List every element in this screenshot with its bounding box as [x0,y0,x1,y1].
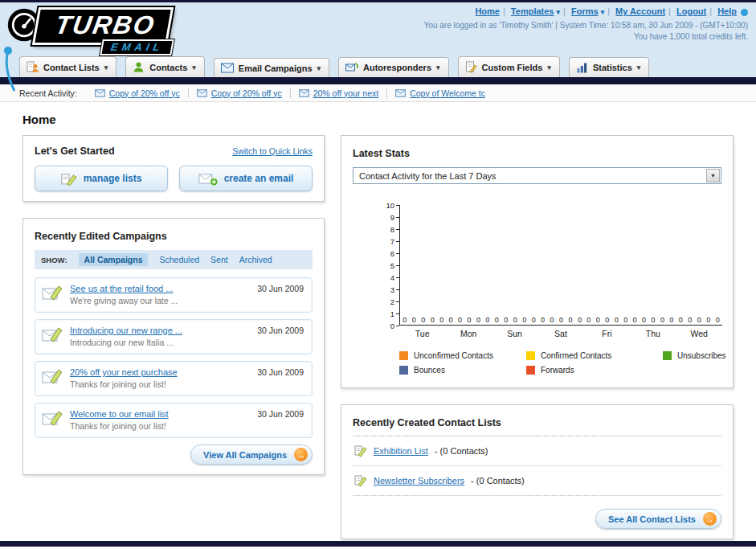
y-axis-tick: 1 [390,309,399,318]
latest-stats-title: Latest Stats [353,148,410,159]
get-started-panel: Let's Get Started Switch to Quick Links … [22,135,325,202]
legend-label: Forwards [541,366,574,375]
pencil-icon [61,172,77,186]
chart-legend: Unconfirmed ContactsConfirmed ContactsUn… [399,351,721,375]
top-link-forms[interactable]: Forms [571,6,599,16]
separator: | [503,6,505,16]
chart-bar-group: 0 0 0 0 0 [538,205,584,325]
tab-contact-lists[interactable]: Contact Lists [19,56,116,77]
contact-list-item: Newsletter Subscribers - (0 Contacts) [353,466,721,496]
tab-contacts[interactable]: Contacts [125,56,205,77]
legend-swatch [663,351,672,360]
header-right: Home| Templates | Forms | My Account| Lo… [424,6,748,41]
legend-swatch [526,351,535,360]
chart-x-labels: TueMonSunSatFriThuWed [399,329,722,338]
chart-y-axis: 012345678910 [370,205,399,326]
campaign-list-item: Introducing our new range ... Introducin… [35,319,313,354]
filter-tab-sent[interactable]: Sent [210,255,228,264]
campaigns-panel-title: Recently Edited Campaigns [35,231,167,242]
right-column: Latest Stats Contact Activity for the La… [341,135,734,549]
top-link-help[interactable]: Help [717,6,737,16]
get-started-title: Let's Get Started [35,145,115,157]
envelope-plus-icon [198,172,218,186]
view-all-campaigns-button[interactable]: View All Campaigns [190,445,313,465]
recent-activity-link[interactable]: Copy of Welcome tc [410,88,485,98]
envelope-icon [221,63,234,73]
campaign-list-item: Welcome to our email list Thanks for joi… [35,403,313,438]
separator: | [709,6,712,16]
bar-chart-icon [576,62,588,73]
chevron-down-icon [104,64,108,72]
legend-label: Unsubscribes [677,351,726,360]
legend-label: Bounces [414,366,445,375]
tab-email-campaigns[interactable]: Email Campaigns [214,58,329,77]
switch-to-quick-links[interactable]: Switch to Quick Links [232,146,313,156]
chevron-down-icon [601,8,605,16]
contact-list-link[interactable]: Newsletter Subscribers [374,476,464,485]
see-all-contact-lists-label: See All Contact Lists [608,514,696,524]
tab-statistics[interactable]: Statistics [569,57,649,77]
campaign-subtitle: Thanks for joining our list! [70,421,169,431]
contact-lists-panel-title: Recently Created Contact Lists [353,417,501,428]
logo-sub-wordmark: EMAIL [100,39,174,55]
create-email-button[interactable]: create an email [179,166,313,191]
tab-custom-fields[interactable]: Custom Fields [458,56,560,77]
footer-bar [0,541,756,547]
recent-activity-link[interactable]: Copy of 20% off yc [109,88,180,98]
top-link-home[interactable]: Home [475,6,500,16]
tab-label: Contacts [149,63,187,72]
contact-list-link[interactable]: Exhibition List [374,446,428,456]
campaign-title-link[interactable]: 20% off your next purchase [70,367,178,377]
filter-tab-all-campaigns[interactable]: All Campaigns [79,253,149,266]
recent-activity-link[interactable]: 20% off your next [313,88,379,98]
envelope-icon [299,89,309,97]
top-link-logout[interactable]: Logout [676,6,706,16]
show-label: SHOW: [41,256,67,264]
x-axis-label: Mon [445,329,491,338]
top-link-templates[interactable]: Templates [511,6,554,16]
envelope-icon [395,89,406,97]
x-axis-label: Fri [584,329,630,338]
stats-range-dropdown[interactable]: Contact Activity for the Last 7 Days [353,167,721,184]
campaign-title-link[interactable]: See us at the retail food ... [70,284,178,293]
legend-item: Confirmed Contacts [526,351,663,360]
recent-activity-label: Recent Activity: [19,88,77,98]
chart-bar-group: 0 0 0 0 0 [676,205,722,325]
y-axis-tick: 4 [390,273,399,281]
bar-value-labels: 0 0 0 0 0 [492,316,538,324]
filter-tab-scheduled[interactable]: Scheduled [159,255,199,264]
campaign-date: 30 Jun 2009 [257,284,304,293]
campaign-title-link[interactable]: Introducing our new range ... [70,326,182,335]
recent-activity-item: Copy of 20% off yc [188,88,290,98]
tab-label: Email Campaigns [239,64,313,73]
legend-label: Unconfirmed Contacts [414,351,493,360]
recent-activity-item: Copy of 20% off yc [87,88,188,98]
top-link-my-account[interactable]: My Account [615,6,665,16]
bar-value-labels: 0 0 0 0 0 [400,316,446,324]
tab-autoresponders[interactable]: Autoresponders [338,57,449,77]
campaign-list-item: See us at the retail food ... We're givi… [35,277,313,313]
latest-stats-panel: Latest Stats Contact Activity for the La… [341,135,734,388]
recent-activity-link[interactable]: Copy of 20% off yc [211,88,282,98]
x-axis-label: Sat [537,329,583,338]
nav-divider-bar [0,77,756,84]
chart-plot: 0 0 0 0 00 0 0 0 00 0 0 0 00 0 0 0 00 0 … [399,205,722,326]
bar-value-labels: 0 0 0 0 0 [538,316,584,324]
main-nav: Contact Lists Contacts Email Campaigns A… [0,52,756,77]
x-axis-label: Sun [492,329,537,338]
y-axis-tick: 9 [390,213,399,221]
campaign-title-link[interactable]: Welcome to our email list [70,409,169,419]
separator: | [668,6,671,16]
see-all-contact-lists-button[interactable]: See All Contact Lists [595,509,721,529]
credits-info: You have 1,000 total credits left. [424,32,748,41]
y-axis-tick: 8 [390,225,399,233]
chart-bar-group: 0 0 0 0 0 [492,205,538,325]
chevron-down-icon [637,64,641,72]
recent-activity-bar: Recent Activity: Copy of 20% off yc Copy… [0,84,756,102]
separator: | [563,6,566,16]
y-axis-tick: 3 [390,285,399,293]
legend-item: Bounces [399,366,526,375]
legend-swatch [399,366,408,375]
manage-lists-button[interactable]: manage lists [35,166,168,191]
filter-tab-archived[interactable]: Archived [239,255,272,264]
